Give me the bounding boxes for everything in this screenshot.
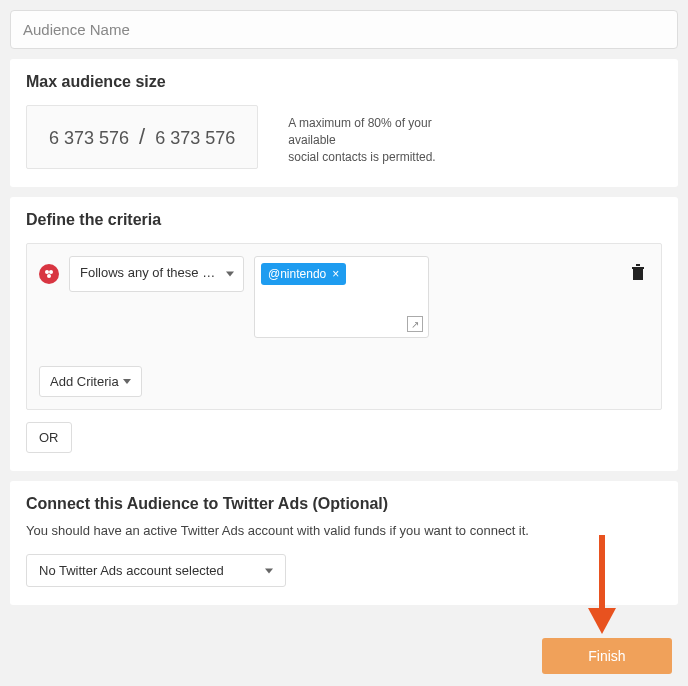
define-criteria-card: Define the criteria Follows any of these… [10,197,678,471]
or-button[interactable]: OR [26,422,72,453]
size-slash: / [139,124,145,150]
twitter-ads-card: Connect this Audience to Twitter Ads (Op… [10,481,678,605]
audience-name-input[interactable] [10,10,678,49]
add-criteria-button[interactable]: Add Criteria [39,366,142,397]
delete-criteria-icon[interactable] [631,264,645,282]
twitter-ads-select[interactable]: No Twitter Ads account selected [26,554,286,587]
max-audience-card: Max audience size 6 373 576 / 6 373 576 … [10,59,678,187]
criteria-tag-label: @nintendo [268,267,326,281]
twitter-ads-title: Connect this Audience to Twitter Ads (Op… [26,495,662,513]
max-audience-note: A maximum of 80% of your available socia… [288,115,468,165]
chevron-down-icon [123,379,131,384]
criteria-type-icon [39,264,59,284]
svg-rect-5 [633,269,643,280]
svg-point-2 [47,274,51,278]
criteria-tag: @nintendo × [261,263,346,285]
define-criteria-title: Define the criteria [26,211,662,229]
finish-button[interactable]: Finish [542,638,672,674]
max-audience-title: Max audience size [26,73,662,91]
tag-remove-icon[interactable]: × [332,267,339,281]
audience-current-value: 6 373 576 [49,128,129,149]
svg-rect-3 [632,267,644,269]
criteria-tags-input[interactable]: @nintendo × ↗ [254,256,429,338]
expand-icon[interactable]: ↗ [407,316,423,332]
criteria-container: Follows any of these accoun… @nintendo ×… [26,243,662,410]
svg-point-1 [49,270,53,274]
svg-rect-4 [636,264,640,266]
criteria-row: Follows any of these accoun… @nintendo ×… [39,256,649,338]
criteria-rule-select[interactable]: Follows any of these accoun… [69,256,244,292]
svg-point-0 [45,270,49,274]
max-audience-size-box: 6 373 576 / 6 373 576 [26,105,258,169]
audience-total-value: 6 373 576 [155,128,235,149]
twitter-ads-subtext: You should have an active Twitter Ads ac… [26,523,662,538]
